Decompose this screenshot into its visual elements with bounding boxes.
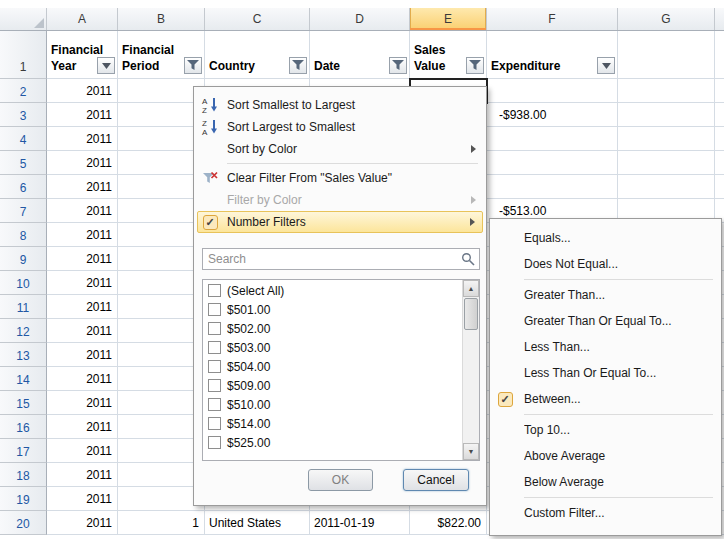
filter-funnel-button[interactable]: [289, 57, 307, 74]
column-header-A[interactable]: A: [47, 8, 118, 30]
checkbox[interactable]: [208, 360, 221, 373]
filter-list-item-514-00[interactable]: $514.00: [203, 414, 462, 433]
menu-item-sort-by-color[interactable]: Sort by Color: [197, 138, 483, 160]
filter-list-item-select-all[interactable]: (Select All): [203, 281, 462, 300]
submenu-item-between[interactable]: ✓Between...: [490, 386, 721, 412]
cell-A11[interactable]: 2011: [47, 295, 118, 319]
submenu-item-greater-than[interactable]: Greater Than...: [490, 282, 721, 308]
cell-A20[interactable]: 2011: [47, 511, 118, 535]
filter-list-item-509-00[interactable]: $509.00: [203, 376, 462, 395]
scroll-up-icon[interactable]: ▲: [463, 280, 479, 297]
row-header-14[interactable]: 14: [0, 367, 47, 391]
cell-A12[interactable]: 2011: [47, 319, 118, 343]
cell-A3[interactable]: 2011: [47, 103, 118, 127]
row-header-1[interactable]: 1: [0, 31, 47, 79]
submenu-item-less-than-or-equal-to[interactable]: Less Than Or Equal To...: [490, 360, 721, 386]
column-header-F[interactable]: F: [487, 8, 618, 30]
submenu-item-above-average[interactable]: Above Average: [490, 443, 721, 469]
cell-B16[interactable]: [118, 415, 205, 439]
filter-list-item-510-00[interactable]: $510.00: [203, 395, 462, 414]
checkbox[interactable]: [208, 379, 221, 392]
menu-item-number-filters[interactable]: ✓Number Filters: [197, 211, 483, 233]
row-header-2[interactable]: 2: [0, 79, 47, 103]
row-header-9[interactable]: 9: [0, 247, 47, 271]
cell-A8[interactable]: 2011: [47, 223, 118, 247]
row-header-19[interactable]: 19: [0, 487, 47, 511]
row-header-13[interactable]: 13: [0, 343, 47, 367]
filter-dropdown-button[interactable]: [97, 57, 115, 74]
filter-funnel-button[interactable]: [184, 57, 202, 74]
filter-list-item-525-00[interactable]: $525.00: [203, 433, 462, 452]
row-header-16[interactable]: 16: [0, 415, 47, 439]
cell-A13[interactable]: 2011: [47, 343, 118, 367]
row-header-11[interactable]: 11: [0, 295, 47, 319]
row-header-12[interactable]: 12: [0, 319, 47, 343]
cell-B12[interactable]: [118, 319, 205, 343]
filter-list-item-504-00[interactable]: $504.00: [203, 357, 462, 376]
row-header-15[interactable]: 15: [0, 391, 47, 415]
checkbox[interactable]: [208, 322, 221, 335]
header-cell-D[interactable]: Date: [310, 31, 410, 79]
cell-B8[interactable]: [118, 223, 205, 247]
cell-B7[interactable]: [118, 199, 205, 223]
cell-B15[interactable]: [118, 391, 205, 415]
cell-A18[interactable]: 2011: [47, 463, 118, 487]
checkbox[interactable]: [208, 303, 221, 316]
cell-F3[interactable]: -$938.00: [487, 103, 618, 127]
submenu-item-greater-than-or-equal-to[interactable]: Greater Than Or Equal To...: [490, 308, 721, 334]
cell-A19[interactable]: 2011: [47, 487, 118, 511]
cell-B19[interactable]: [118, 487, 205, 511]
cell-G3[interactable]: [618, 103, 715, 127]
column-header-B[interactable]: B: [118, 8, 205, 30]
filter-list-item-501-00[interactable]: $501.00: [203, 300, 462, 319]
header-cell-F[interactable]: Expenditure: [487, 31, 618, 79]
column-header-C[interactable]: C: [205, 8, 310, 30]
cell-G5[interactable]: [618, 151, 715, 175]
row-header-17[interactable]: 17: [0, 439, 47, 463]
menu-item-clear-filter-from-sales-value[interactable]: Clear Filter From "Sales Value": [197, 167, 483, 189]
cell-A4[interactable]: 2011: [47, 127, 118, 151]
row-header-5[interactable]: 5: [0, 151, 47, 175]
menu-item-sort-smallest-to-largest[interactable]: AZSort Smallest to Largest: [197, 94, 483, 116]
cell-B2[interactable]: [118, 79, 205, 103]
cancel-button[interactable]: Cancel: [403, 469, 469, 491]
submenu-item-does-not-equal[interactable]: Does Not Equal...: [490, 251, 721, 277]
cell-A9[interactable]: 2011: [47, 247, 118, 271]
cell-B11[interactable]: [118, 295, 205, 319]
checkbox[interactable]: [208, 284, 221, 297]
column-header-D[interactable]: D: [310, 8, 410, 30]
header-cell-G[interactable]: [618, 31, 715, 79]
cell-B14[interactable]: [118, 367, 205, 391]
cell-B9[interactable]: [118, 247, 205, 271]
header-cell-E[interactable]: SalesValue: [410, 31, 487, 79]
row-header-6[interactable]: 6: [0, 175, 47, 199]
cell-G6[interactable]: [618, 175, 715, 199]
submenu-item-top-10[interactable]: Top 10...: [490, 417, 721, 443]
cell-G4[interactable]: [618, 127, 715, 151]
checkbox[interactable]: [208, 341, 221, 354]
filter-funnel-button[interactable]: [466, 57, 484, 74]
submenu-item-below-average[interactable]: Below Average: [490, 469, 721, 495]
menu-item-sort-largest-to-smallest[interactable]: ZASort Largest to Smallest: [197, 116, 483, 138]
header-cell-B[interactable]: FinancialPeriod: [118, 31, 205, 79]
header-cell-C[interactable]: Country: [205, 31, 310, 79]
submenu-item-equals[interactable]: Equals...: [490, 225, 721, 251]
ok-button[interactable]: OK: [308, 469, 373, 491]
cell-B10[interactable]: [118, 271, 205, 295]
cell-F5[interactable]: [487, 151, 618, 175]
cell-A15[interactable]: 2011: [47, 391, 118, 415]
filter-dropdown-button[interactable]: [597, 57, 615, 74]
row-header-10[interactable]: 10: [0, 271, 47, 295]
scroll-down-icon[interactable]: ▼: [463, 443, 479, 460]
checkbox[interactable]: [208, 398, 221, 411]
cell-A10[interactable]: 2011: [47, 271, 118, 295]
cell-A7[interactable]: 2011: [47, 199, 118, 223]
filter-list-item-503-00[interactable]: $503.00: [203, 338, 462, 357]
cell-A14[interactable]: 2011: [47, 367, 118, 391]
column-header-E[interactable]: E: [410, 8, 487, 30]
cell-D20[interactable]: 2011-01-19: [310, 511, 410, 535]
search-input[interactable]: [203, 252, 461, 266]
row-header-7[interactable]: 7: [0, 199, 47, 223]
cell-A6[interactable]: 2011: [47, 175, 118, 199]
cell-B20[interactable]: 1: [118, 511, 205, 535]
